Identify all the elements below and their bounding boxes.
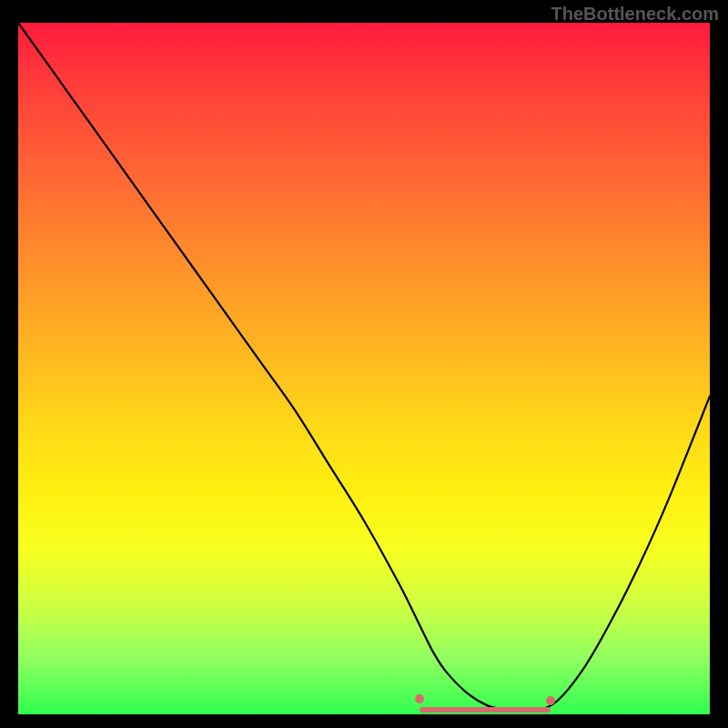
curve-svg (18, 23, 710, 714)
curve-marker (415, 694, 424, 703)
bottleneck-curve-path (18, 23, 710, 711)
watermark-text: TheBottleneck.com (551, 4, 719, 25)
curve-marker (546, 696, 555, 705)
plot-area (18, 23, 710, 714)
highlight-band (420, 707, 551, 713)
